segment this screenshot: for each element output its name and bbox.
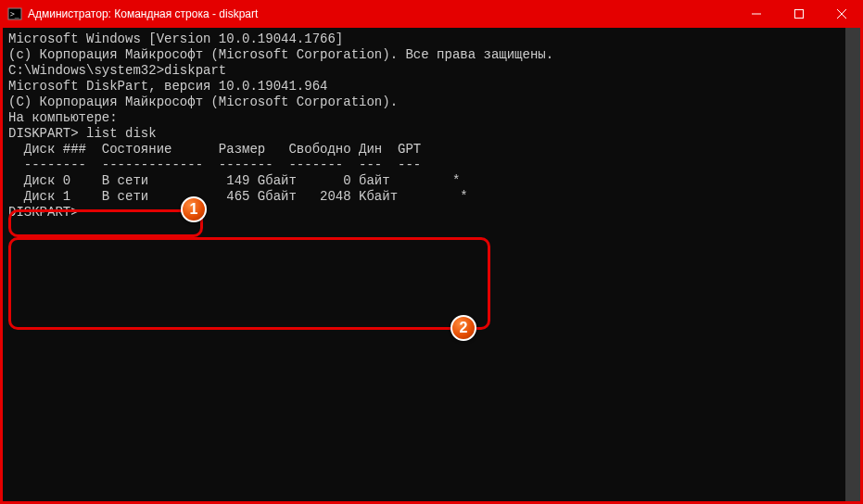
terminal-line: DISKPART> list disk [8, 126, 855, 142]
window-title: Администратор: Командная строка - diskpa… [28, 7, 735, 20]
window-titlebar: >_ Администратор: Командная строка - dis… [0, 0, 863, 28]
close-button[interactable] [820, 0, 863, 28]
terminal-line: Microsoft Windows [Version 10.0.19044.17… [8, 32, 855, 47]
terminal-line: Диск ### Состояние Размер Свободно Дин G… [8, 142, 855, 158]
terminal-line: Microsoft DiskPart, версия 10.0.19041.96… [8, 79, 855, 94]
terminal-output[interactable]: Microsoft Windows [Version 10.0.19044.17… [3, 28, 860, 501]
minimize-button[interactable] [735, 0, 778, 28]
terminal-line: Диск 1 В сети 465 Gбайт 2048 Kбайт * [8, 189, 855, 205]
terminal-line: (c) Корпорация Майкрософт (Microsoft Cor… [8, 47, 855, 63]
terminal-line: Диск 0 В сети 149 Gбайт 0 байт * [8, 173, 855, 189]
terminal-line: C:\Windows\system32>diskpart [8, 63, 855, 79]
svg-rect-3 [795, 10, 804, 19]
terminal-line: -------- ------------- ------- ------- -… [8, 158, 855, 173]
maximize-button[interactable] [778, 0, 820, 28]
vertical-scrollbar[interactable] [845, 28, 860, 501]
window-controls [735, 0, 863, 28]
terminal-line: DISKPART> [8, 205, 855, 220]
terminal-line: (C) Корпорация Майкрософт (Microsoft Cor… [8, 94, 855, 110]
cmd-icon: >_ [7, 6, 22, 21]
scrollbar-thumb[interactable] [845, 28, 860, 501]
svg-text:>_: >_ [10, 10, 19, 19]
terminal-line: На компьютере: [8, 110, 855, 126]
